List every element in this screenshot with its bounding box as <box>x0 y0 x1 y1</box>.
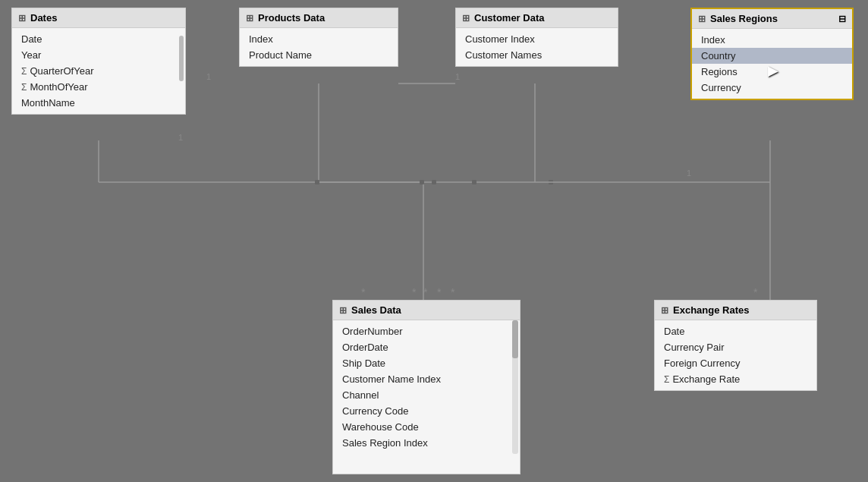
products-table-header: ⊞ Products Data <box>240 8 398 28</box>
customer-table-body: Customer Index Customer Names <box>456 28 618 66</box>
dates-table-body: Date Year ΣQuarterOfYear ΣMonthOfYear Mo… <box>12 28 185 114</box>
table-row: Customer Index <box>456 31 618 47</box>
svg-text:1: 1 <box>455 72 460 81</box>
exchange-rates-table-title: Exchange Rates <box>673 304 749 316</box>
table-row: Currency <box>692 80 852 96</box>
customer-table-header: ⊞ Customer Data <box>456 8 618 28</box>
products-table-body: Index Product Name <box>240 28 398 66</box>
products-table: ⊞ Products Data Index Product Name <box>239 8 398 67</box>
exchange-rates-table-header: ⊞ Exchange Rates <box>655 301 816 320</box>
table-row: MonthName <box>12 95 176 111</box>
sales-data-table: ⊞ Sales Data OrderNumber OrderDate Ship … <box>332 300 520 474</box>
table-row: OrderDate <box>333 339 509 355</box>
exchange-rates-table-body: Date Currency Pair Foreign Currency ΣExc… <box>655 320 816 390</box>
table-row: Index <box>692 32 852 48</box>
table-row: Currency Code <box>333 403 509 419</box>
table-row: Regions <box>692 64 852 80</box>
table-row: Index <box>240 31 398 47</box>
svg-text:1: 1 <box>178 133 183 142</box>
sales-data-table-body: OrderNumber OrderDate Ship Date Customer… <box>333 320 520 454</box>
svg-rect-15 <box>549 180 553 184</box>
svg-rect-7 <box>315 180 319 184</box>
table-row: Date <box>655 323 816 339</box>
scrollbar-thumb[interactable] <box>512 320 518 358</box>
table-row: ΣExchange Rate <box>655 371 816 387</box>
sales-data-table-header: ⊞ Sales Data <box>333 301 520 320</box>
svg-text:*: * <box>437 286 442 298</box>
svg-text:1: 1 <box>687 169 691 178</box>
dates-table-header: ⊞ Dates <box>12 8 185 28</box>
products-table-title: Products Data <box>258 12 325 24</box>
svg-text:*: * <box>412 286 417 298</box>
table-row: ΣMonthOfYear <box>12 79 176 95</box>
table-icon: ⊞ <box>661 305 668 316</box>
svg-rect-14 <box>472 180 476 184</box>
exchange-rates-table: ⊞ Exchange Rates Date Currency Pair Fore… <box>654 300 817 391</box>
customer-table-title: Customer Data <box>474 12 544 24</box>
table-icon: ⊞ <box>462 13 470 24</box>
table-icon: ⊞ <box>18 13 26 24</box>
table-row: Sales Region Index <box>333 435 509 451</box>
table-row: Date <box>12 31 176 47</box>
svg-text:*: * <box>753 286 758 298</box>
svg-text:1: 1 <box>206 72 211 81</box>
svg-rect-12 <box>420 180 424 184</box>
sales-data-table-title: Sales Data <box>351 304 401 316</box>
table-row: ΣQuarterOfYear <box>12 63 176 79</box>
table-row: Country <box>692 48 852 64</box>
table-row: Customer Name Index <box>333 371 509 387</box>
sales-regions-table-header: ⊞ Sales Regions ⊟ <box>692 9 852 29</box>
scrollbar[interactable] <box>179 36 184 81</box>
table-row: Product Name <box>240 47 398 63</box>
scrollbar-track <box>512 320 518 454</box>
table-row: Year <box>12 47 176 63</box>
customer-table: ⊞ Customer Data Customer Index Customer … <box>455 8 618 67</box>
table-row: Currency Pair <box>655 339 816 355</box>
dates-table: ⊞ Dates Date Year ΣQuarterOfYear ΣMonthO… <box>11 8 186 115</box>
table-icon: ⊞ <box>698 14 706 24</box>
table-icon: ⊞ <box>246 13 253 24</box>
table-icon: ⊞ <box>339 305 347 316</box>
table-row: Ship Date <box>333 355 509 371</box>
svg-text:*: * <box>423 286 428 298</box>
dates-table-title: Dates <box>30 12 57 24</box>
table-row: Foreign Currency <box>655 355 816 371</box>
table-row: Channel <box>333 387 509 403</box>
sales-regions-table-body: Index Country Regions Currency <box>692 29 852 99</box>
table-row: Customer Names <box>456 47 618 63</box>
svg-text:*: * <box>451 286 455 298</box>
table-row: Warehouse Code <box>333 419 509 435</box>
table-row: OrderNumber <box>333 323 509 339</box>
collapse-icon[interactable]: ⊟ <box>838 14 846 24</box>
svg-text:*: * <box>361 286 366 298</box>
sales-regions-table-title: Sales Regions <box>710 13 778 24</box>
svg-rect-13 <box>432 180 436 184</box>
sales-regions-table: ⊞ Sales Regions ⊟ Index Country Regions … <box>690 8 854 100</box>
